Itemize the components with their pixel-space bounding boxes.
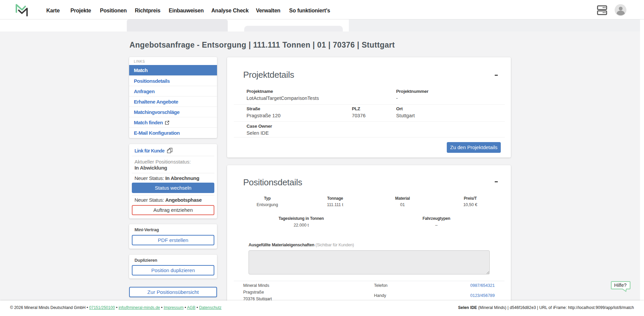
svg-text:Hilfe?: Hilfe?	[614, 282, 627, 288]
